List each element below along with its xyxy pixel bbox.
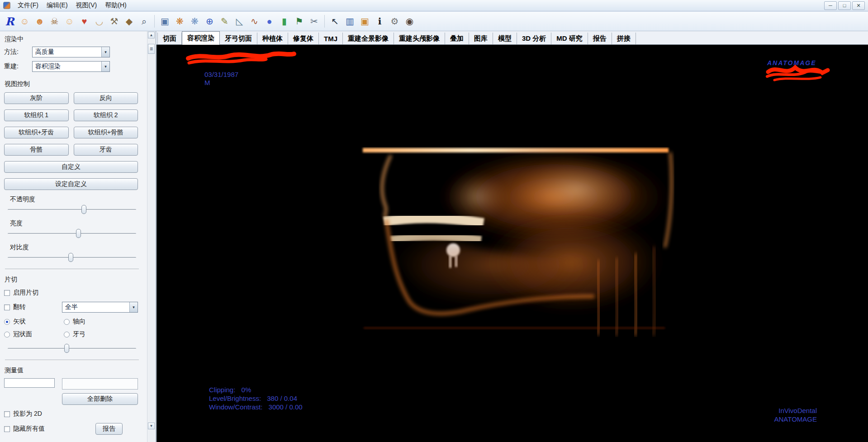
lips-icon[interactable]: ♥ bbox=[77, 14, 91, 29]
rebuild-dropdown[interactable]: 容积渲染 ▾ bbox=[32, 61, 110, 72]
cursor-icon[interactable]: ↖ bbox=[328, 14, 342, 29]
hide-all-values-checkbox[interactable] bbox=[4, 426, 10, 432]
r-logo-icon[interactable]: R bbox=[3, 14, 17, 29]
tab-ceph[interactable]: 重建头颅影像 bbox=[394, 33, 445, 44]
coronal-radio[interactable] bbox=[4, 332, 10, 337]
preset-custom-button[interactable]: 自定义 bbox=[4, 161, 138, 173]
triangle-ruler-icon[interactable]: ◺ bbox=[232, 14, 247, 29]
brightness-slider-thumb[interactable] bbox=[76, 229, 81, 238]
tab-pano[interactable]: 重建全景影像 bbox=[343, 33, 394, 44]
tab-gallery[interactable]: 图库 bbox=[469, 33, 493, 44]
tab-volume-render[interactable]: 容积渲染 bbox=[182, 31, 220, 45]
chevron-down-icon[interactable]: ▾ bbox=[129, 302, 138, 312]
tab-arch-section[interactable]: 牙弓切面 bbox=[220, 33, 257, 44]
teeth-arch-icon[interactable]: ◡ bbox=[92, 14, 106, 29]
chart-icon[interactable]: ▥ bbox=[343, 14, 357, 29]
patient-info-overlay: 03/31/1987 M bbox=[204, 71, 238, 87]
menu-file[interactable]: 文件(F) bbox=[14, 0, 43, 10]
tab-3d-analysis[interactable]: 3D 分析 bbox=[517, 33, 551, 44]
clipping-param-value: 0% bbox=[242, 386, 251, 394]
tab-stitch[interactable]: 拼接 bbox=[612, 33, 636, 44]
measurement-section-label: 测量值 bbox=[5, 366, 140, 375]
contrast-slider[interactable] bbox=[7, 252, 137, 263]
cup-icon[interactable]: ◆ bbox=[122, 14, 136, 29]
zoom-icon[interactable]: ⌕ bbox=[137, 14, 151, 29]
face-photo-icon[interactable]: ☺ bbox=[18, 14, 32, 29]
joints-icon[interactable]: ❋ bbox=[173, 14, 187, 29]
menu-edit[interactable]: 编辑(E) bbox=[43, 0, 72, 10]
measurement-note-input[interactable] bbox=[62, 378, 138, 390]
project-2d-checkbox[interactable] bbox=[4, 411, 10, 417]
preset-grayscale-button[interactable]: 灰阶 bbox=[4, 92, 69, 104]
render-parameters-overlay: Clipping: 0% Level/Brightness: 380 / 0.0… bbox=[209, 385, 303, 411]
hammer-icon[interactable]: ⚒ bbox=[107, 14, 121, 29]
redaction-scribble bbox=[185, 48, 299, 71]
crosshair-icon[interactable]: ⊕ bbox=[203, 14, 217, 29]
measurement-value-input[interactable] bbox=[4, 378, 55, 388]
tab-report[interactable]: 报告 bbox=[588, 33, 612, 44]
quality-dropdown[interactable]: 高质量 ▾ bbox=[32, 47, 110, 57]
tab-md-study[interactable]: MD 研究 bbox=[551, 33, 588, 44]
close-button[interactable]: ✕ bbox=[852, 1, 865, 10]
flip-mode-dropdown[interactable]: 全半 ▾ bbox=[62, 302, 138, 313]
skull-render-image bbox=[359, 147, 676, 337]
window-contrast-label: Window/Contrast: bbox=[209, 403, 262, 411]
brightness-slider[interactable] bbox=[7, 228, 137, 239]
info-icon[interactable]: ℹ bbox=[373, 14, 387, 29]
opacity-slider[interactable] bbox=[7, 204, 137, 215]
preset-soft-tissue-bone-button[interactable]: 软组织+骨骼 bbox=[74, 127, 138, 138]
enable-clipping-checkbox[interactable] bbox=[4, 290, 10, 296]
chevron-down-icon[interactable]: ▾ bbox=[101, 47, 109, 57]
axial-radio[interactable] bbox=[64, 319, 70, 325]
tab-tmj[interactable]: TMJ bbox=[319, 33, 343, 44]
minimize-button[interactable]: ─ bbox=[824, 1, 837, 10]
vertical-ruler-icon[interactable]: ▮ bbox=[277, 14, 291, 29]
skull-icon[interactable]: ☠ bbox=[47, 14, 62, 29]
clip-position-slider-thumb[interactable] bbox=[64, 344, 69, 353]
flip-checkbox[interactable] bbox=[4, 304, 10, 310]
preset-bone-button[interactable]: 骨骼 bbox=[4, 144, 69, 156]
tab-restoration[interactable]: 修复体 bbox=[288, 33, 319, 44]
implant-cut-icon[interactable]: ✂ bbox=[307, 14, 321, 29]
preset-inverse-button[interactable]: 反向 bbox=[74, 92, 138, 104]
menu-view[interactable]: 视图(V) bbox=[72, 0, 101, 10]
tab-model[interactable]: 模型 bbox=[493, 33, 517, 44]
sidebar-scrollbar[interactable]: ▲ ≡ ▼ bbox=[147, 31, 155, 442]
camera-icon[interactable]: ◉ bbox=[403, 14, 417, 29]
arch-radio[interactable] bbox=[64, 332, 70, 337]
maximize-button[interactable]: □ bbox=[838, 1, 851, 10]
panel-menu-button[interactable]: ≡ bbox=[148, 44, 155, 54]
tab-implant[interactable]: 种植体 bbox=[257, 33, 288, 44]
face-render-icon[interactable]: ☺ bbox=[62, 14, 76, 29]
preset-teeth-button[interactable]: 牙齿 bbox=[74, 144, 138, 156]
face-profile-icon[interactable]: ☻ bbox=[33, 14, 47, 29]
report-button[interactable]: 报告 bbox=[95, 423, 123, 435]
contrast-slider-thumb[interactable] bbox=[68, 253, 73, 262]
tab-superimpose[interactable]: 叠加 bbox=[445, 33, 469, 44]
joints2-icon[interactable]: ❋ bbox=[188, 14, 202, 29]
sphere-comment-icon[interactable]: ● bbox=[262, 14, 276, 29]
menu-help[interactable]: 帮助(H) bbox=[101, 0, 130, 10]
delete-all-button[interactable]: 全部删除 bbox=[62, 393, 138, 405]
volume-render-viewport[interactable]: 03/31/1987 M ANATOMAGE bbox=[157, 45, 868, 442]
sidebar-scroll-down-button[interactable]: ▼ bbox=[148, 423, 155, 429]
preset-soft-tissue-teeth-button[interactable]: 软组织+牙齿 bbox=[4, 127, 69, 138]
tools-icon[interactable]: ⚙ bbox=[388, 14, 402, 29]
opacity-slider-thumb[interactable] bbox=[81, 205, 86, 214]
clip-position-slider[interactable] bbox=[7, 343, 137, 354]
set-custom-button[interactable]: 设定自定义 bbox=[4, 178, 138, 190]
preset-soft-tissue-2-button[interactable]: 软组织 2 bbox=[74, 109, 138, 121]
flip-mode-dropdown-value: 全半 bbox=[62, 303, 129, 311]
toolbar-separator bbox=[154, 15, 155, 28]
redaction-scribble bbox=[765, 62, 831, 83]
curve-points-icon[interactable]: ∿ bbox=[247, 14, 261, 29]
tab-section[interactable]: 切面 bbox=[157, 33, 182, 44]
sidebar-scroll-up-button[interactable]: ▲ bbox=[148, 32, 155, 38]
monitor-icon[interactable]: ▣ bbox=[158, 14, 172, 29]
flag-icon[interactable]: ⚑ bbox=[292, 14, 306, 29]
sagittal-radio[interactable] bbox=[4, 319, 10, 325]
capture-icon[interactable]: ▣ bbox=[358, 14, 372, 29]
preset-soft-tissue-1-button[interactable]: 软组织 1 bbox=[4, 109, 69, 121]
ruler-pencil-icon[interactable]: ✎ bbox=[218, 14, 232, 29]
chevron-down-icon[interactable]: ▾ bbox=[101, 62, 109, 71]
